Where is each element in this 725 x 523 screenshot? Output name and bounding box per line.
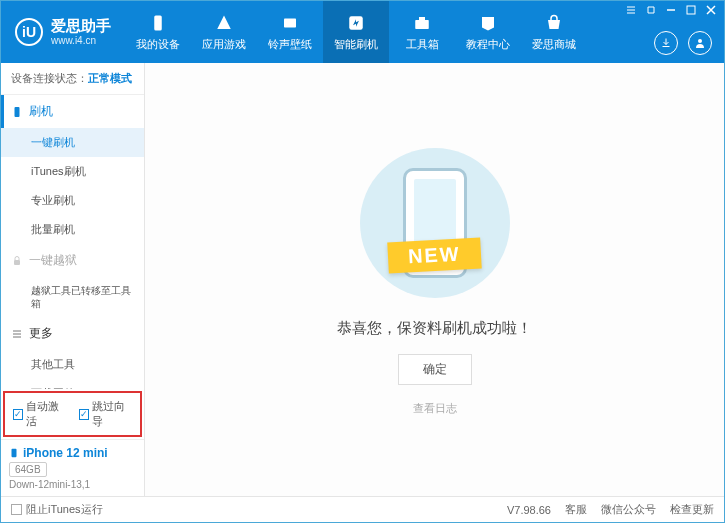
svg-rect-6 <box>687 6 695 14</box>
checkbox-block-itunes[interactable]: 阻止iTunes运行 <box>11 502 103 517</box>
view-log-link[interactable]: 查看日志 <box>413 401 457 416</box>
svg-rect-4 <box>419 17 425 20</box>
nav-my-device[interactable]: 我的设备 <box>125 1 191 63</box>
nav-tutorial[interactable]: 教程中心 <box>455 1 521 63</box>
svg-rect-7 <box>15 107 20 117</box>
nav-label: 铃声壁纸 <box>268 37 312 52</box>
device-storage: 64GB <box>9 462 47 477</box>
sidebar-group-jailbreak[interactable]: 一键越狱 <box>1 244 144 277</box>
body: 设备连接状态：正常模式 刷机 一键刷机 iTunes刷机 专业刷机 批量刷机 一… <box>1 63 724 496</box>
sidebar-group-flash[interactable]: 刷机 <box>1 95 144 128</box>
sidebar-item-pro-flash[interactable]: 专业刷机 <box>1 186 144 215</box>
nav-label: 爱思商城 <box>532 37 576 52</box>
success-message: 恭喜您，保资料刷机成功啦！ <box>337 319 532 338</box>
group-label: 更多 <box>29 325 53 342</box>
check-icon: ✓ <box>79 409 89 420</box>
new-banner: NEW <box>387 238 481 274</box>
nav-label: 应用游戏 <box>202 37 246 52</box>
brand-url: www.i4.cn <box>51 35 111 47</box>
checkbox-skip-guide[interactable]: ✓ 跳过向导 <box>79 399 133 429</box>
menu-icon <box>11 328 23 340</box>
sidebar-item-other-tools[interactable]: 其他工具 <box>1 350 144 379</box>
nav-flash[interactable]: 智能刷机 <box>323 1 389 63</box>
flash-icon <box>346 13 366 33</box>
window-controls <box>622 3 720 17</box>
sidebar-item-oneclick-flash[interactable]: 一键刷机 <box>1 128 144 157</box>
sidebar-item-itunes-flash[interactable]: iTunes刷机 <box>1 157 144 186</box>
check-label: 阻止iTunes运行 <box>26 502 103 517</box>
app-window: iU 爱思助手 www.i4.cn 我的设备 应用游戏 铃声壁纸 智能刷机 <box>0 0 725 523</box>
customer-service-link[interactable]: 客服 <box>565 502 587 517</box>
checkbox-auto-activate[interactable]: ✓ 自动激活 <box>13 399 67 429</box>
main-content: NEW 恭喜您，保资料刷机成功啦！ 确定 查看日志 <box>145 63 724 496</box>
check-label: 自动激活 <box>26 399 66 429</box>
sidebar-item-jailbreak-note: 越狱工具已转移至工具箱 <box>1 277 144 317</box>
nav-ringtone[interactable]: 铃声壁纸 <box>257 1 323 63</box>
connection-status: 设备连接状态：正常模式 <box>1 63 144 95</box>
check-label: 跳过向导 <box>92 399 132 429</box>
nav-toolbox[interactable]: 工具箱 <box>389 1 455 63</box>
nav-store[interactable]: 爱思商城 <box>521 1 587 63</box>
check-update-link[interactable]: 检查更新 <box>670 502 714 517</box>
wallpaper-icon <box>280 13 300 33</box>
wechat-link[interactable]: 微信公众号 <box>601 502 656 517</box>
nav-label: 工具箱 <box>406 37 439 52</box>
device-info: Down-12mini-13,1 <box>9 479 136 490</box>
device-panel[interactable]: iPhone 12 mini 64GB Down-12mini-13,1 <box>1 439 144 496</box>
checkbox-icon <box>11 504 22 515</box>
close-button[interactable] <box>702 3 720 17</box>
status-value: 正常模式 <box>88 72 132 84</box>
nav-label: 我的设备 <box>136 37 180 52</box>
book-icon <box>478 13 498 33</box>
device-icon <box>148 13 168 33</box>
svg-rect-3 <box>415 20 429 29</box>
options-highlight: ✓ 自动激活 ✓ 跳过向导 <box>3 391 142 437</box>
nav-label: 智能刷机 <box>334 37 378 52</box>
svg-rect-9 <box>12 449 17 457</box>
lock-icon <box>11 255 23 267</box>
store-icon <box>544 13 564 33</box>
group-label: 一键越狱 <box>29 252 77 269</box>
success-illustration: NEW <box>335 143 535 303</box>
brand-logo-icon: iU <box>15 18 43 46</box>
toolbox-icon <box>412 13 432 33</box>
top-nav: 我的设备 应用游戏 铃声壁纸 智能刷机 工具箱 教程中心 <box>125 1 587 63</box>
sidebar-group-more[interactable]: 更多 <box>1 317 144 350</box>
version-label: V7.98.66 <box>507 504 551 516</box>
brand-title: 爱思助手 <box>51 17 111 35</box>
skin-icon[interactable] <box>642 3 660 17</box>
status-label: 设备连接状态： <box>11 72 88 84</box>
check-icon: ✓ <box>13 409 23 420</box>
svg-rect-8 <box>14 260 20 265</box>
download-button[interactable] <box>654 31 678 55</box>
phone-icon <box>9 446 19 460</box>
sidebar: 设备连接状态：正常模式 刷机 一键刷机 iTunes刷机 专业刷机 批量刷机 一… <box>1 63 145 496</box>
footer: 阻止iTunes运行 V7.98.66 客服 微信公众号 检查更新 <box>1 496 724 522</box>
device-name: iPhone 12 mini <box>9 446 136 460</box>
svg-rect-0 <box>154 15 162 30</box>
apps-icon <box>214 13 234 33</box>
sidebar-tree: 刷机 一键刷机 iTunes刷机 专业刷机 批量刷机 一键越狱 越狱工具已转移至… <box>1 95 144 389</box>
maximize-button[interactable] <box>682 3 700 17</box>
brand: iU 爱思助手 www.i4.cn <box>1 17 125 47</box>
nav-label: 教程中心 <box>466 37 510 52</box>
svg-rect-1 <box>284 18 296 27</box>
header: iU 爱思助手 www.i4.cn 我的设备 应用游戏 铃声壁纸 智能刷机 <box>1 1 724 63</box>
ok-button[interactable]: 确定 <box>398 354 472 385</box>
phone-icon <box>11 106 23 118</box>
nav-apps[interactable]: 应用游戏 <box>191 1 257 63</box>
device-name-text: iPhone 12 mini <box>23 446 108 460</box>
user-button[interactable] <box>688 31 712 55</box>
group-label: 刷机 <box>29 103 53 120</box>
sidebar-item-download-fw[interactable]: 下载固件 <box>1 379 144 389</box>
svg-point-5 <box>698 39 702 43</box>
menu-icon[interactable] <box>622 3 640 17</box>
minimize-button[interactable] <box>662 3 680 17</box>
sidebar-item-batch-flash[interactable]: 批量刷机 <box>1 215 144 244</box>
